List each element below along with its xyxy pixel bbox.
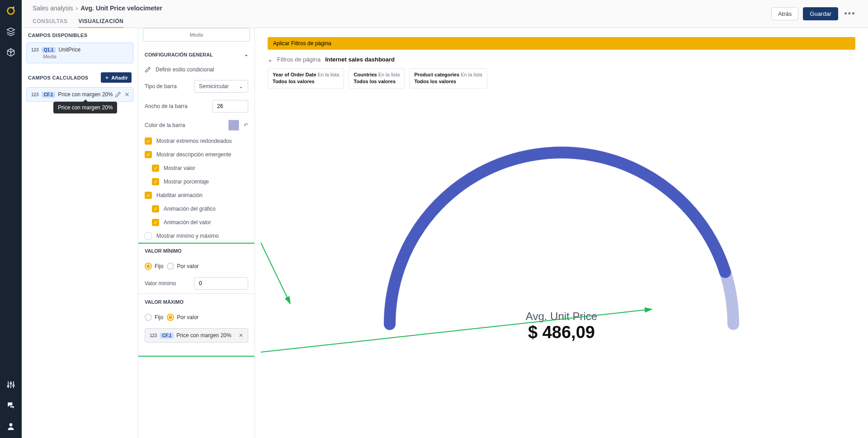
preview-panel: Aplicar Filtros de página ⌄ Filtros de p… [255, 28, 868, 438]
filter-field: Year of Order Date [273, 72, 316, 77]
ck-label: Mostrar valor [164, 165, 195, 171]
checkbox-on-icon: ✓ [152, 165, 159, 172]
annotation-arrow-1 [259, 240, 295, 308]
ck-show-value[interactable]: ✓Mostrar valor [138, 161, 255, 175]
general-config-label: CONFIGURACIÓN GENERAL [145, 52, 213, 57]
max-fixed-radio[interactable]: Fijo [145, 314, 163, 321]
field-name: UnitPrice [58, 47, 80, 53]
max-value-header: VALOR MÁXIMO [138, 293, 255, 310]
radio-on-icon [145, 263, 152, 270]
min-value-input[interactable] [194, 277, 248, 290]
delete-icon[interactable] [124, 91, 130, 98]
bar-type-label: Tipo de barra [145, 83, 189, 89]
checkbox-on-icon: ✓ [145, 151, 152, 158]
ck-rounded[interactable]: ✓Mostrar extremos redondeados [138, 134, 255, 148]
max-field-chip[interactable]: 123 CF.1 Price con margen 20% ✕ [145, 328, 248, 343]
left-iconbar [0, 0, 22, 438]
radio-label: Fijo [155, 263, 163, 269]
bar-type-select[interactable]: Semicircular⌄ [194, 80, 248, 93]
more-menu-icon[interactable]: ••• [843, 6, 857, 21]
tooltip: Price con margen 20% [53, 102, 117, 113]
bar-color-row: Color de la barra ↶ [138, 116, 255, 134]
min-value-label: VALOR MÍNIMO [145, 248, 182, 254]
filter-countries[interactable]: Countries En la listaTodos los valores [349, 68, 405, 89]
chat-icon[interactable] [5, 400, 16, 411]
ck-minmax[interactable]: Mostrar mínimo y máximo [138, 229, 255, 243]
gauge-chart: Avg. Unit Price $ 486,09 [374, 137, 749, 342]
bar-type-value: Semicircular [199, 83, 229, 89]
tab-visualization[interactable]: VISUALIZACIÓN [78, 15, 123, 28]
checkbox-on-icon: ✓ [145, 137, 152, 145]
chevron-down-icon[interactable]: ⌄ [268, 56, 273, 63]
bar-width-label: Ancho de la barra [145, 103, 208, 109]
radio-off-icon [167, 263, 174, 270]
checkbox-on-icon: ✓ [152, 178, 159, 185]
field-price-margin[interactable]: 123 CF.1 Price con margen 20% [26, 87, 133, 102]
dashboard-name: Internet sales dashboard [325, 56, 395, 63]
field-type-label: 123 [150, 333, 157, 338]
filter-categories[interactable]: Product categories En la listaTodos los … [409, 68, 487, 89]
filter-year[interactable]: Year of Order Date En la listaTodos los … [268, 68, 344, 89]
page-filters-row: ⌄ Filtros de página Internet sales dashb… [268, 56, 855, 63]
logo-icon[interactable] [5, 5, 16, 16]
breadcrumb-current: Avg. Unit Price velocimeter [80, 5, 162, 12]
bar-color-label: Color de la barra [145, 122, 224, 128]
radio-on-icon [167, 314, 174, 321]
remove-icon[interactable]: ✕ [239, 332, 243, 339]
field-name: Price con margen 20% [58, 91, 113, 98]
media-box[interactable]: Media [143, 28, 250, 42]
ck-label: Mostrar porcentaje [164, 179, 209, 185]
back-button[interactable]: Atrás [771, 7, 798, 20]
ck-anim[interactable]: ✓Habilitar animación [138, 188, 255, 202]
chevron-right-icon: › [76, 5, 78, 12]
min-byvalue-radio[interactable]: Por valor [167, 263, 198, 270]
layers-icon[interactable] [5, 26, 16, 37]
conditional-style-link[interactable]: Definir estilo condicional [138, 63, 255, 76]
ck-tooltip[interactable]: ✓Mostrar descripción emergente [138, 148, 255, 161]
color-swatch[interactable] [228, 120, 239, 131]
ck-label: Animación del valor [164, 219, 211, 226]
add-calculated-button[interactable]: ＋Añadir [101, 72, 132, 83]
general-config-header[interactable]: CONFIGURACIÓN GENERAL ⌄ [138, 46, 255, 63]
max-radio-row: Fijo Por valor [138, 310, 255, 325]
ck-anim-value[interactable]: ✓Animación del valor [138, 216, 255, 229]
chevron-down-icon[interactable]: ⌄ [244, 52, 248, 57]
ck-anim-chart[interactable]: ✓Animación del gráfico [138, 202, 255, 216]
filter-op: En la lista [461, 72, 482, 77]
config-panel: Media CONFIGURACIÓN GENERAL ⌄ Definir es… [138, 28, 255, 438]
save-button[interactable]: Guardar [803, 7, 838, 20]
gauge-svg [374, 137, 749, 335]
breadcrumb-parent[interactable]: Sales analysis [33, 5, 73, 12]
filter-field: Countries [354, 72, 377, 77]
svg-point-1 [8, 386, 9, 387]
min-value-input-label: Valor mínimo [145, 280, 189, 287]
bar-width-row: Ancho de la barra [138, 96, 255, 116]
apply-filters-button[interactable]: Aplicar Filtros de página [268, 37, 855, 50]
filter-chips: Year of Order Date En la listaTodos los … [268, 68, 855, 89]
calculated-fields-header: CAMPOS CALCULADOS ＋Añadir [22, 68, 138, 87]
undo-icon[interactable]: ↶ [244, 122, 248, 128]
sliders-icon[interactable] [5, 379, 16, 390]
field-unitprice[interactable]: 123 Q1.1 UnitPrice Media [26, 42, 133, 63]
radio-label: Por valor [177, 263, 198, 269]
checkbox-off-icon [145, 232, 152, 240]
conditional-style-label: Definir estilo condicional [156, 66, 214, 73]
max-value-label: VALOR MÁXIMO [145, 299, 184, 305]
field-agg: Media [43, 54, 128, 59]
svg-point-0 [8, 8, 14, 14]
user-icon[interactable] [5, 421, 16, 432]
max-byvalue-radio[interactable]: Por valor [167, 314, 198, 321]
min-value-header: VALOR MÍNIMO [138, 243, 255, 259]
filter-val: Todos los valores [354, 79, 396, 84]
field-pill: CF.1 [160, 333, 174, 339]
edit-icon[interactable] [115, 91, 121, 98]
cube-icon[interactable] [5, 47, 16, 58]
ck-label: Mostrar extremos redondeados [156, 138, 232, 144]
ck-show-pct[interactable]: ✓Mostrar porcentaje [138, 175, 255, 188]
min-fixed-radio[interactable]: Fijo [145, 263, 163, 270]
tab-queries[interactable]: CONSULTAS [33, 15, 67, 28]
topbar: Sales analysis › Avg. Unit Price velocim… [22, 0, 868, 28]
radio-off-icon [145, 314, 152, 321]
bar-width-input[interactable] [212, 100, 248, 113]
checkbox-on-icon: ✓ [152, 205, 159, 212]
